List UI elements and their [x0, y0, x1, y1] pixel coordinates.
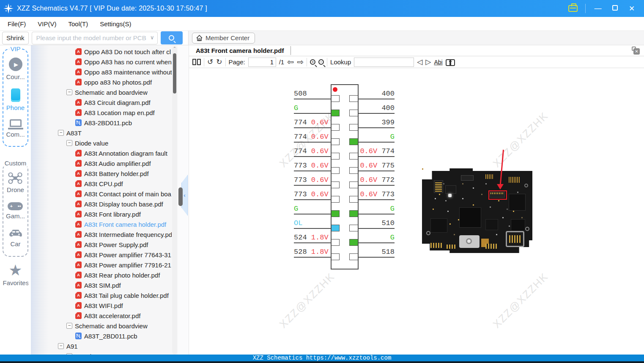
- collapse-icon[interactable]: −: [58, 130, 64, 136]
- two-page-view-icon[interactable]: [192, 59, 201, 65]
- gamepad-icon: +••: [8, 202, 23, 210]
- tree-item[interactable]: AA83t Front camera holder.pdf: [31, 219, 172, 229]
- pdf-icon: A: [75, 231, 82, 238]
- collapse-icon[interactable]: −: [66, 89, 72, 95]
- tree-item[interactable]: AA83t Display touch base.pdf: [31, 199, 172, 209]
- tree-item[interactable]: AA83t Audio amplifier.pdf: [31, 158, 172, 168]
- search-input[interactable]: [32, 32, 158, 44]
- tree-item[interactable]: AOppo a83 maintenance without: [31, 67, 172, 77]
- menu-vip[interactable]: VIP(V): [32, 20, 62, 28]
- tree-item[interactable]: A83T_2BD011.pcb: [31, 331, 172, 341]
- pin-label-left: OL: [294, 219, 331, 227]
- find-next-icon[interactable]: ▷: [425, 58, 431, 66]
- chevron-down-icon[interactable]: ∨: [150, 34, 154, 41]
- menu-file[interactable]: File(F): [2, 20, 32, 28]
- pin-label-left: 524 1.8V: [294, 234, 331, 242]
- tree-item[interactable]: AA83t Annotation diagram fault: [31, 148, 172, 158]
- tree-item-label: Oppo A83 has no current when: [84, 58, 172, 66]
- tree-item-label: A83t Font library.pdf: [84, 211, 141, 218]
- sidebar-item-course[interactable]: ▶ Cour...: [6, 58, 25, 80]
- tree-item[interactable]: AOppo A83 has no current when: [31, 57, 172, 67]
- collapse-icon[interactable]: −: [66, 353, 72, 355]
- tree-item[interactable]: −Schematic and boardview: [31, 321, 172, 331]
- zoom-out-icon[interactable]: −: [318, 59, 324, 65]
- pin-lead-line: [358, 142, 395, 143]
- app-logo-icon: [0, 0, 17, 17]
- pdf-icon: A: [75, 109, 82, 116]
- find-previous-icon[interactable]: ◁: [417, 58, 422, 66]
- tree-item[interactable]: AOppo A83 Do not touch after cl: [31, 47, 172, 57]
- menu-tool[interactable]: Tool(T): [63, 20, 94, 28]
- tree-item[interactable]: −Diode value: [31, 138, 172, 148]
- tree-item[interactable]: AA83t SIM.pdf: [31, 280, 172, 290]
- maximize-button[interactable]: [610, 4, 619, 13]
- tree-item[interactable]: AA83t Intermediate frequency.pd: [31, 229, 172, 239]
- left-sidebar: VIP ▶ Cour... Phone Com... Custom: [0, 45, 31, 355]
- tree-item[interactable]: A83-2BD011.pcb: [31, 118, 172, 128]
- tree-item[interactable]: AA83t accelerator.pdf: [31, 311, 172, 321]
- collapse-icon[interactable]: −: [66, 323, 72, 329]
- tree-item[interactable]: AA83t Power Supply.pdf: [31, 239, 172, 250]
- tree-item[interactable]: −A91: [31, 341, 172, 351]
- pin-label-left: G: [294, 104, 331, 112]
- sidebar-item-phone[interactable]: Phone: [6, 88, 25, 111]
- tree-item[interactable]: −A83T: [31, 128, 172, 138]
- vip-briefcase-icon[interactable]: [568, 5, 578, 12]
- connector-pin-left: [331, 153, 340, 160]
- tree-item[interactable]: AA83t Rear photo holder.pdf: [31, 270, 172, 280]
- pin-label-right: 400: [358, 90, 395, 98]
- tree-item[interactable]: −Repair Case: [31, 351, 172, 355]
- close-button[interactable]: ✕: [627, 4, 636, 13]
- tree-item[interactable]: AA83 Circuit diagram.pdf: [31, 97, 172, 107]
- status-text: XZZ Schematics https://www.xzztools.com: [253, 355, 392, 361]
- minimize-button[interactable]: —: [593, 4, 603, 13]
- tree-item[interactable]: AA83t CPU.pdf: [31, 179, 172, 189]
- tree-item-label: A91: [66, 343, 78, 350]
- pdf-icon: A: [75, 221, 82, 228]
- tree-item[interactable]: Aoppo a83 No photos.pdf: [31, 77, 172, 87]
- search-button[interactable]: [161, 31, 183, 44]
- tree-scrollbar-thumb[interactable]: [173, 53, 176, 94]
- tree-item-label: Oppo a83 maintenance without: [84, 69, 172, 76]
- sidebar-item-drone[interactable]: Drone: [7, 172, 24, 193]
- text-select-abi-icon[interactable]: Abi: [434, 59, 442, 66]
- rotate-right-icon[interactable]: ↻: [216, 58, 222, 66]
- tree-scrollbar[interactable]: ⌃: [172, 46, 177, 355]
- connector-pin-left: [331, 182, 340, 188]
- tree-item[interactable]: AA83t Contact point of main boa: [31, 189, 172, 199]
- file-tree-panel: AOppo A83 Do not touch after clAOppo A83…: [31, 45, 178, 355]
- tree-item[interactable]: AA83t WIFI.pdf: [31, 300, 172, 311]
- scroll-up-icon[interactable]: ⌃: [172, 46, 177, 51]
- tab-front-camera-holder[interactable]: A83t Front camera holder.pdf: [189, 45, 290, 56]
- pdf-viewer[interactable]: XZZ@XZZHK XZZ@XZZHK XZZ@XZZHK XZZ@XZZHK …: [189, 68, 644, 355]
- page-back-icon[interactable]: ⇦: [287, 58, 294, 66]
- shrink-button[interactable]: Shrink: [2, 32, 29, 44]
- splitter-scrollbar-thumb[interactable]: [178, 187, 183, 206]
- tree-item[interactable]: AA83t Tail plug cable holder.pdf: [31, 290, 172, 300]
- page-number-input[interactable]: [248, 58, 276, 67]
- tree-item[interactable]: AA83t Power amplifier 77643-31.: [31, 250, 172, 260]
- tree-item[interactable]: AA83 Location map en.pdf: [31, 107, 172, 118]
- tree-item[interactable]: AA83t Power amplifier 77916-21.: [31, 260, 172, 270]
- sidebar-item-favorites[interactable]: ★ Favorites: [0, 263, 31, 286]
- search-band: Shrink ∨ Member Center: [0, 31, 644, 45]
- binoculars-search-icon[interactable]: [446, 59, 455, 65]
- watermark: XZZ@XZZHK: [491, 110, 551, 170]
- tree-item[interactable]: AA83t Font library.pdf: [31, 209, 172, 219]
- member-center-button[interactable]: Member Center: [192, 33, 255, 44]
- panel-splitter[interactable]: ‹: [178, 45, 189, 355]
- rotate-left-icon[interactable]: ↺: [207, 58, 213, 66]
- sidebar-item-game[interactable]: +•• Gam...: [6, 202, 25, 220]
- sidebar-item-computer[interactable]: Com...: [6, 119, 25, 138]
- connector-pin-right: [349, 153, 358, 160]
- tree-item[interactable]: −Schematic and boardview: [31, 87, 172, 97]
- close-all-tabs-button[interactable]: ✕: [632, 47, 640, 55]
- collapse-icon[interactable]: −: [58, 343, 64, 349]
- tree-item[interactable]: AA83t Battery holder.pdf: [31, 168, 172, 179]
- page-forward-icon[interactable]: ⇨: [297, 58, 304, 66]
- zoom-in-icon[interactable]: +: [310, 59, 315, 65]
- collapse-icon[interactable]: −: [66, 140, 72, 146]
- lookup-input[interactable]: [354, 58, 414, 67]
- menu-settings[interactable]: Settings(S): [94, 20, 137, 28]
- sidebar-item-car[interactable]: Car: [8, 228, 23, 248]
